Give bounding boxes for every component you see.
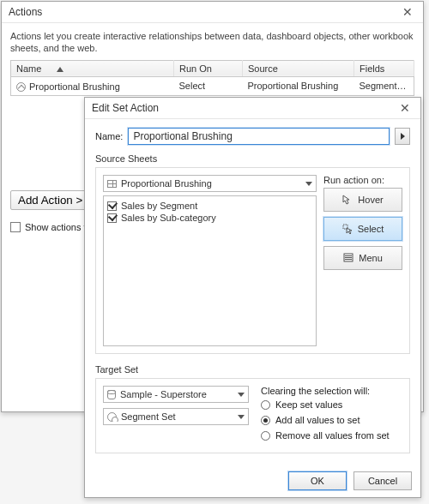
cancel-button[interactable]: Cancel xyxy=(353,471,412,490)
actions-title: Actions xyxy=(9,6,42,18)
target-set-label: Target Set xyxy=(95,364,410,375)
checkbox-icon xyxy=(107,201,117,211)
radio-icon xyxy=(261,431,270,441)
source-sheets-label: Source Sheets xyxy=(95,153,410,164)
name-dropdown-button[interactable] xyxy=(395,128,410,145)
table-header: Name Run On Source Fields xyxy=(11,60,414,76)
add-action-button[interactable]: Add Action > xyxy=(10,190,90,210)
chevron-down-icon xyxy=(238,393,245,397)
run-hover-button[interactable]: Hover xyxy=(323,188,402,212)
run-select-button[interactable]: Select xyxy=(323,217,402,241)
clear-keep-radio[interactable]: Keep set values xyxy=(261,399,402,410)
radio-icon xyxy=(261,400,270,410)
sheet-label: Sales by Sub-category xyxy=(121,213,216,223)
menu-icon xyxy=(343,253,353,263)
col-fields[interactable]: Fields xyxy=(354,60,414,76)
action-name-input[interactable] xyxy=(128,128,390,145)
database-icon xyxy=(107,390,116,399)
close-icon[interactable]: ✕ xyxy=(396,101,414,115)
edit-titlebar: Edit Set Action ✕ xyxy=(85,98,420,119)
clear-add-radio[interactable]: Add all values to set xyxy=(261,415,402,425)
name-label: Name: xyxy=(95,131,123,141)
sort-asc-icon xyxy=(57,67,63,72)
chevron-down-icon xyxy=(305,182,312,186)
sheet-label: Sales by Segment xyxy=(121,201,197,211)
edit-set-action-dialog: Edit Set Action ✕ Name: Source Sheets Pr… xyxy=(84,97,421,498)
checkbox-icon xyxy=(10,222,21,232)
set-icon xyxy=(107,412,117,422)
actions-titlebar: Actions ✕ xyxy=(2,2,423,23)
close-icon[interactable]: ✕ xyxy=(399,5,416,19)
hover-icon xyxy=(342,195,353,205)
target-database-select[interactable]: Sample - Superstore xyxy=(103,386,249,403)
col-name[interactable]: Name xyxy=(11,60,174,76)
target-set-select[interactable]: Segment Set xyxy=(103,408,249,425)
actions-table: Name Run On Source Fields Proportional B… xyxy=(10,60,414,96)
col-source[interactable]: Source xyxy=(243,60,354,76)
set-action-icon xyxy=(16,82,26,92)
clear-remove-radio[interactable]: Remove all values from set xyxy=(261,430,402,441)
actions-intro: Actions let you create interactive relat… xyxy=(10,30,414,55)
edit-title: Edit Set Action xyxy=(92,102,159,114)
run-on-label: Run action on: xyxy=(323,175,402,185)
checkbox-icon xyxy=(107,213,117,223)
chevron-right-icon xyxy=(401,133,405,140)
source-sheets-list: Sales by SegmentSales by Sub-category xyxy=(103,195,317,346)
list-item[interactable]: Sales by Segment xyxy=(107,200,312,212)
cell-source: Proportional Brushing xyxy=(243,76,354,95)
clear-selection-label: Clearing the selection will: xyxy=(261,386,402,396)
cell-runon: Select xyxy=(174,76,243,95)
list-item[interactable]: Sales by Sub-category xyxy=(107,212,312,224)
run-menu-button[interactable]: Menu xyxy=(323,246,402,270)
radio-icon xyxy=(261,416,270,425)
dashboard-icon xyxy=(107,180,117,188)
select-icon xyxy=(342,224,353,234)
cell-name: Proportional Brushing xyxy=(29,81,120,92)
chevron-down-icon xyxy=(238,415,245,419)
source-sheet-select[interactable]: Proportional Brushing xyxy=(103,175,317,192)
cell-fields: Segment Set xyxy=(354,76,414,95)
table-row[interactable]: Proportional Brushing Select Proportiona… xyxy=(11,76,414,95)
ok-button[interactable]: OK xyxy=(288,471,347,490)
col-runon[interactable]: Run On xyxy=(174,60,243,76)
